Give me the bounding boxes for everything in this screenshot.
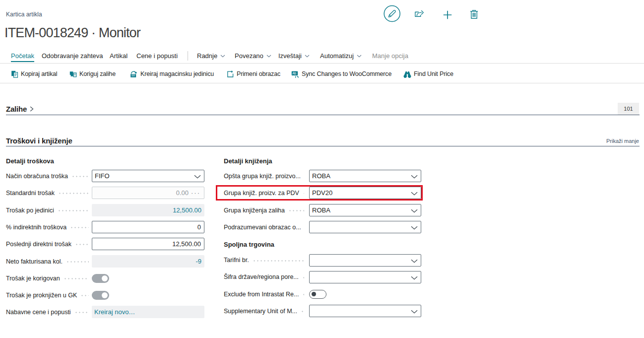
svg-text:Ab: Ab bbox=[292, 71, 296, 75]
